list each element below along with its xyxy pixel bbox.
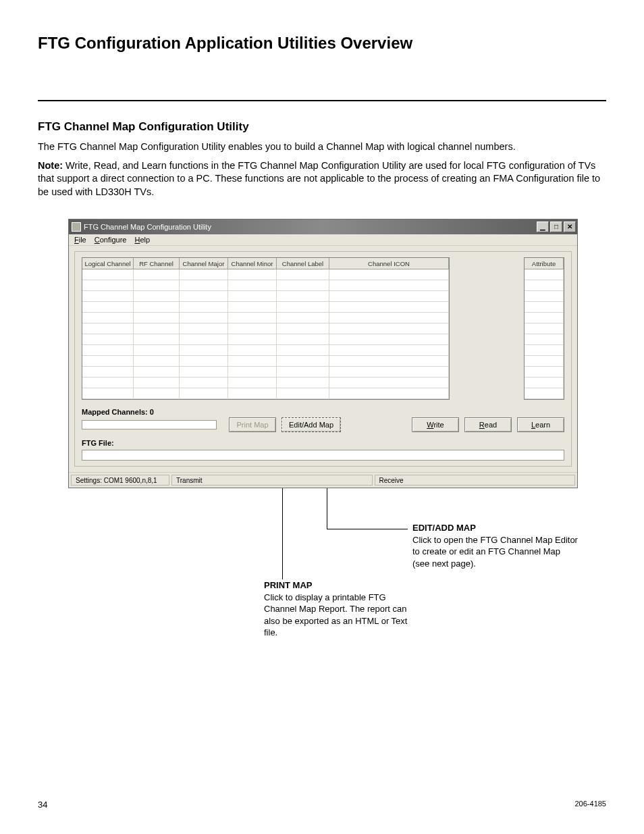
write-button[interactable]: Write [412,417,459,432]
horizontal-rule [38,100,606,101]
app-icon [72,222,81,232]
status-receive: Receive [375,475,576,486]
attribute-grid[interactable]: Attribute [524,257,564,400]
menu-help[interactable]: Help [134,236,150,244]
callout-line [327,488,327,529]
menu-configure[interactable]: Configure [95,236,127,244]
callout-body: Click to display a printable FTG Channel… [264,592,412,639]
col-channel-label[interactable]: Channel Label [277,258,329,269]
menubar: File Configure Help [69,234,577,246]
read-button[interactable]: Read [464,417,512,432]
page-title: FTG Configuration Application Utilities … [38,34,606,53]
ftg-file-field[interactable] [82,450,564,461]
status-transmit: Transmit [171,475,373,486]
note-paragraph: Note: Write, Read, and Learn functions i… [38,159,606,199]
note-label: Note: [38,160,63,171]
callout-heading: PRINT MAP [264,579,412,592]
col-logical-channel[interactable]: Logical Channel [82,258,134,269]
app-window: FTG Channel Map Configuration Utility ▁ … [68,219,578,488]
main-panel: Logical Channel RF Channel Channel Major… [74,251,572,467]
section-heading: FTG Channel Map Configuration Utility [38,120,606,134]
learn-button[interactable]: Learn [517,417,564,432]
close-button[interactable]: ✕ [564,221,576,232]
col-attribute[interactable]: Attribute [525,258,564,269]
col-rf-channel[interactable]: RF Channel [134,258,180,269]
callout-line [327,529,408,529]
minimize-button[interactable]: ▁ [537,221,549,232]
edit-add-map-button[interactable]: Edit/Add Map [281,417,341,432]
channel-grid[interactable]: Logical Channel RF Channel Channel Major… [82,257,450,400]
titlebar: FTG Channel Map Configuration Utility ▁ … [69,219,577,234]
document-number: 206-4185 [575,800,607,810]
callout-edit-add-map: EDIT/ADD MAP Click to open the FTG Chann… [412,522,578,569]
statusbar: Settings: COM1 9600,n,8,1 Transmit Recei… [69,472,577,488]
callouts: EDIT/ADD MAP Click to open the FTG Chann… [68,488,578,644]
callout-line [282,488,283,579]
page-number: 34 [38,800,47,810]
ftg-file-label: FTG File: [82,439,564,447]
menu-file[interactable]: File [74,236,86,244]
window-title: FTG Channel Map Configuration Utility [84,223,537,231]
callout-body: Click to open the FTG Channel Map Editor… [412,534,578,570]
status-settings: Settings: COM1 9600,n,8,1 [71,475,169,486]
progress-bar [82,420,217,429]
note-body: Write, Read, and Learn functions in the … [38,160,600,197]
intro-paragraph: The FTG Channel Map Configuration Utilit… [38,140,606,154]
col-channel-minor[interactable]: Channel Minor [228,258,277,269]
print-map-button[interactable]: Print Map [229,417,276,432]
maximize-button[interactable]: □ [550,221,562,232]
callout-heading: EDIT/ADD MAP [412,522,578,534]
mapped-channels-label: Mapped Channels: 0 [82,408,564,416]
col-channel-major[interactable]: Channel Major [180,258,228,269]
grid-rows [82,269,449,399]
col-channel-icon[interactable]: Channel ICON [329,258,449,269]
callout-print-map: PRINT MAP Click to display a printable F… [264,579,412,639]
